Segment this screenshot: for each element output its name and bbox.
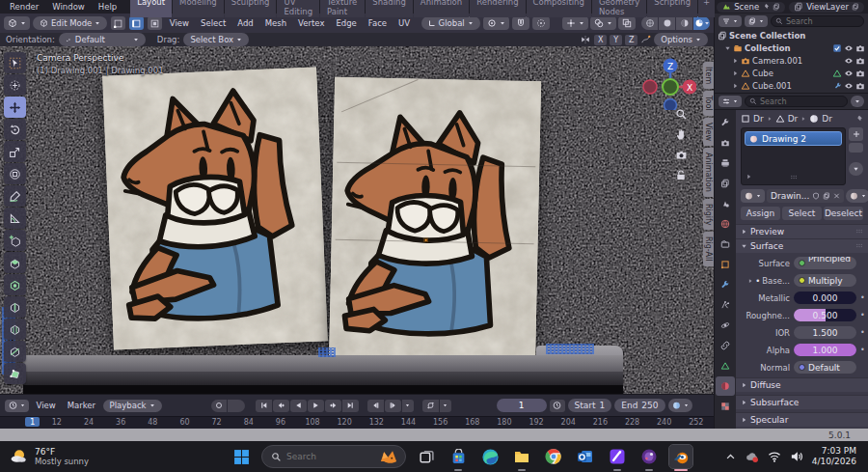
- transform-orientation-dropdown[interactable]: Global: [421, 16, 480, 30]
- roughness-slider[interactable]: 0.500: [794, 309, 856, 321]
- viewport-lock-icon[interactable]: [675, 169, 687, 181]
- wifi-tray-icon[interactable]: [768, 451, 781, 462]
- xray-toggle[interactable]: [618, 16, 636, 30]
- menu-window[interactable]: Window: [46, 2, 91, 12]
- tool-extrude-region-button[interactable]: [4, 252, 26, 273]
- add-workspace-button[interactable]: +: [698, 0, 715, 17]
- properties-search[interactable]: [745, 96, 848, 107]
- orientation-dropdown[interactable]: Default: [59, 33, 146, 46]
- outliner-row-cube[interactable]: Cube: [715, 67, 868, 79]
- start-button[interactable]: [230, 445, 253, 468]
- loop-playback-toggle[interactable]: [422, 400, 439, 412]
- sidebar-tab-view[interactable]: View: [703, 118, 714, 146]
- menu-view[interactable]: View: [165, 18, 193, 28]
- vertex-select-button[interactable]: [111, 16, 125, 30]
- tray-chevron-icon[interactable]: [725, 452, 736, 462]
- unlink-material-icon[interactable]: [833, 191, 840, 201]
- viewport-zoom-icon[interactable]: [675, 108, 688, 121]
- sidebar-tab-item[interactable]: Item: [703, 62, 714, 89]
- selected-vertex-dot[interactable]: [424, 238, 428, 242]
- pin-icon[interactable]: [854, 114, 863, 124]
- workspace-tab-rendering[interactable]: Rendering: [470, 0, 525, 17]
- frame-forward-button[interactable]: [385, 400, 401, 412]
- mirror-x-toggle[interactable]: X: [594, 35, 607, 45]
- jump-to-start-button[interactable]: [256, 400, 272, 412]
- tab-material[interactable]: [716, 376, 735, 396]
- tool-move-button[interactable]: [4, 97, 26, 118]
- play-button[interactable]: [308, 400, 324, 412]
- tool-bevel-button[interactable]: [4, 296, 26, 318]
- properties-editor-type-button[interactable]: [719, 96, 742, 107]
- render-visibility-icon[interactable]: [855, 69, 865, 78]
- tool-select-circle-button[interactable]: [4, 74, 26, 96]
- tool-inset-faces-button[interactable]: [4, 274, 26, 295]
- next-keyframe-button[interactable]: [325, 400, 341, 412]
- properties-filter-button[interactable]: [851, 96, 864, 107]
- sidebar-tab-rigify[interactable]: Rigify: [703, 199, 714, 231]
- panel-specular[interactable]: Specular: [736, 412, 868, 427]
- chrome-icon[interactable]: [542, 445, 565, 468]
- base-color-dropdown[interactable]: Multiply: [794, 274, 856, 287]
- navigation-gizmo[interactable]: Z X: [633, 52, 696, 110]
- panel-subsurface[interactable]: Subsurface: [736, 395, 868, 409]
- shading-material-button[interactable]: [676, 16, 692, 30]
- outliner-row-camera[interactable]: Camera.001: [715, 54, 868, 67]
- copilot-icon[interactable]: [637, 445, 661, 468]
- taskbar-clock[interactable]: 7:03 PM 4/10/2026: [812, 446, 856, 467]
- hide-eye-icon[interactable]: [844, 69, 854, 78]
- onedrive-tray-icon[interactable]: [745, 451, 759, 463]
- material-specials-button[interactable]: [846, 189, 868, 203]
- slot-list-grip-icon[interactable]: [789, 173, 798, 182]
- tab-constraints[interactable]: [716, 336, 735, 355]
- volume-tray-icon[interactable]: [790, 451, 803, 462]
- menu-help[interactable]: Help: [93, 2, 122, 12]
- scene-selector[interactable]: Scene: [717, 2, 785, 13]
- pivot-point-dropdown[interactable]: [483, 16, 509, 30]
- end-frame-field[interactable]: End 250: [614, 399, 665, 412]
- outliner-search[interactable]: [771, 15, 864, 27]
- deselect-button[interactable]: Deselect: [824, 207, 863, 220]
- material-name-field[interactable]: Drawin...: [767, 189, 844, 203]
- tool-transform-button[interactable]: [4, 163, 26, 184]
- prev-keyframe-button[interactable]: [273, 400, 289, 412]
- workspace-tab-sculpting[interactable]: Sculpting: [225, 0, 277, 17]
- mirror-y-toggle[interactable]: Y: [610, 35, 622, 45]
- panel-preview[interactable]: Preview: [736, 224, 868, 238]
- fake-user-icon[interactable]: [812, 191, 820, 201]
- tab-object[interactable]: [716, 255, 735, 274]
- hide-eye-icon[interactable]: [844, 56, 854, 66]
- start-frame-field[interactable]: Start 1: [568, 399, 612, 412]
- tool-scale-button[interactable]: [4, 141, 26, 162]
- options-dropdown[interactable]: Options: [654, 33, 708, 46]
- edge-icon[interactable]: [478, 445, 502, 468]
- snap-toggle[interactable]: [512, 16, 529, 30]
- workspace-tab-uv-editing[interactable]: UV Editing: [277, 0, 319, 17]
- timeline-menu-marker[interactable]: Marker: [63, 401, 99, 410]
- menu-uv[interactable]: UV: [394, 18, 415, 28]
- render-visibility-icon[interactable]: [855, 56, 865, 66]
- material-slot-drawing2[interactable]: Drawing 2: [745, 131, 842, 146]
- loop-dropdown[interactable]: [440, 400, 451, 412]
- edge-select-button[interactable]: [129, 16, 144, 30]
- sidebar-tab-tool[interactable]: Tool: [703, 91, 714, 116]
- tab-texture[interactable]: [716, 397, 735, 416]
- outliner-search-input[interactable]: [786, 17, 859, 26]
- ior-slider[interactable]: 1.500: [794, 326, 856, 339]
- viewport-pan-icon[interactable]: [675, 128, 688, 141]
- tab-modifiers[interactable]: [716, 275, 735, 294]
- timeline-ruler[interactable]: 1122436486072849610812013214415616818019…: [0, 416, 714, 429]
- menu-mesh[interactable]: Mesh: [260, 18, 290, 28]
- tool-tweak-select-button[interactable]: [4, 52, 26, 73]
- alpha-slider[interactable]: 1.000: [794, 344, 856, 356]
- panel-diffuse[interactable]: Diffuse: [736, 377, 868, 392]
- workspace-tab-shading[interactable]: Shading: [366, 0, 413, 17]
- shading-wireframe-button[interactable]: [641, 16, 658, 30]
- new-material-icon[interactable]: [823, 191, 830, 201]
- workspace-tab-texture-paint[interactable]: Texture Paint: [320, 0, 365, 17]
- tab-physics[interactable]: [716, 316, 735, 335]
- tab-output[interactable]: [716, 153, 735, 173]
- tool-annotate-button[interactable]: [4, 185, 26, 207]
- mode-dropdown[interactable]: Edit Mode: [33, 16, 107, 30]
- render-visibility-icon[interactable]: [855, 81, 865, 91]
- tab-render[interactable]: [716, 133, 735, 153]
